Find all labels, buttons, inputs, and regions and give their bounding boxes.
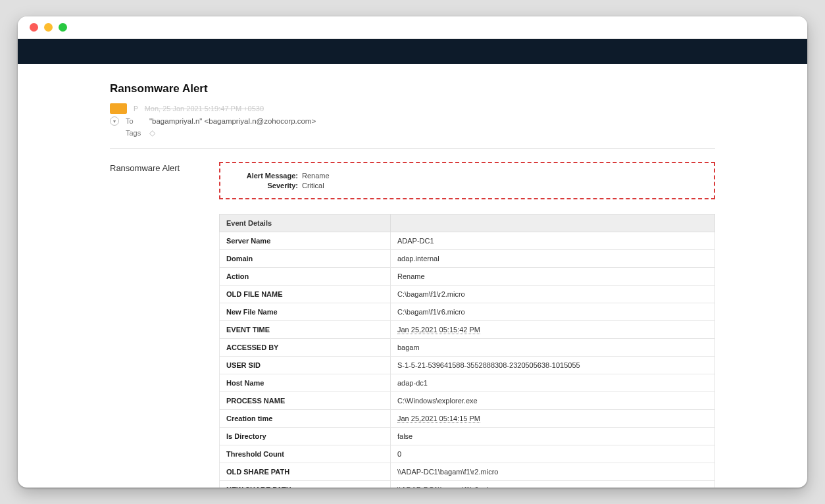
table-row: USER SIDS-1-5-21-539641588-3552888308-23… [220, 357, 715, 374]
detail-key: Host Name [220, 374, 391, 392]
alert-severity-value: Critical [302, 182, 324, 189]
expand-recipients-icon[interactable]: ▾ [110, 116, 119, 126]
minimize-window-button[interactable] [44, 23, 53, 32]
close-window-button[interactable] [30, 23, 38, 32]
detail-key: Action [220, 268, 391, 286]
detail-key: Is Directory [220, 428, 391, 445]
table-row: PROCESS NAMEC:\Windows\explorer.exe [220, 392, 715, 410]
alert-message-row: Alert Message: Rename [232, 172, 702, 180]
detail-value: ADAP-DC1 [391, 232, 715, 250]
sender-avatar-badge [110, 103, 127, 114]
table-row: OLD SHARE PATH\\ADAP-DC1\bagam\f1\r2.mic… [220, 463, 715, 481]
priority-icon: P [134, 105, 138, 113]
table-row: Is Directoryfalse [220, 428, 715, 445]
table-row: EVENT TIMEJan 25,2021 05:15:42 PM [220, 321, 715, 339]
detail-value: adap-dc1 [391, 374, 715, 392]
event-details-header: Event Details [220, 214, 391, 232]
alert-message-value: Rename [302, 172, 330, 180]
alert-message-label: Alert Message: [232, 172, 298, 180]
email-body: Ransomware Alert Alert Message: Rename S… [110, 162, 715, 488]
app-header-bar [18, 39, 807, 64]
detail-value: C:\bagam\f1\r2.micro [391, 286, 715, 303]
table-row: Threshold Count0 [220, 445, 715, 463]
detail-value: S-1-5-21-539641588-3552888308-2320505638… [391, 357, 715, 374]
email-timestamp: Mon, 25 Jan 2021 5:19:47 PM +0530 [145, 105, 264, 113]
detail-value: false [391, 428, 715, 445]
detail-key: EVENT TIME [220, 321, 391, 339]
alert-severity-label: Severity: [232, 182, 298, 189]
detail-value: 0 [391, 445, 715, 463]
table-row: ACCESSED BYbagam [220, 339, 715, 357]
page-title: Ransomware Alert [110, 82, 715, 95]
table-row: OLD FILE NAMEC:\bagam\f1\r2.micro [220, 286, 715, 303]
detail-value: C:\Windows\explorer.exe [391, 392, 715, 410]
detail-key: OLD FILE NAME [220, 286, 391, 303]
table-row: Host Nameadap-dc1 [220, 374, 715, 392]
content-area: Ransomware Alert P Mon, 25 Jan 2021 5:19… [18, 64, 807, 488]
detail-key: Server Name [220, 232, 391, 250]
detail-value: C:\bagam\f1\r6.micro [391, 303, 715, 321]
detail-value: Jan 25,2021 05:15:42 PM [391, 321, 715, 339]
detail-key: ACCESSED BY [220, 339, 391, 357]
detail-value: adap.internal [391, 250, 715, 268]
window-titlebar [18, 16, 807, 39]
detail-key: Domain [220, 250, 391, 268]
detail-value: Rename [391, 268, 715, 286]
to-value: "bagampriyal.n" <bagampriyal.n@zohocorp.… [149, 117, 316, 125]
detail-value: Jan 25,2021 05:14:15 PM [391, 410, 715, 428]
detail-key: Threshold Count [220, 445, 391, 463]
table-row: ActionRename [220, 268, 715, 286]
detail-key: OLD SHARE PATH [220, 463, 391, 481]
email-header: P Mon, 25 Jan 2021 5:19:47 PM +0530 ▾ To… [110, 103, 715, 149]
body-heading: Ransomware Alert [110, 162, 195, 488]
event-details-header-blank [391, 214, 715, 232]
maximize-window-button[interactable] [59, 23, 67, 32]
tags-label: Tags [126, 129, 143, 137]
tag-icon[interactable]: ◇ [149, 128, 155, 138]
table-row: Creation timeJan 25,2021 05:14:15 PM [220, 410, 715, 428]
app-window: Ransomware Alert P Mon, 25 Jan 2021 5:19… [18, 16, 807, 488]
email-to-row: ▾ To "bagampriyal.n" <bagampriyal.n@zoho… [110, 116, 715, 126]
body-main: Alert Message: Rename Severity: Critical… [219, 162, 715, 488]
detail-key: Creation time [220, 410, 391, 428]
alert-severity-row: Severity: Critical [232, 182, 702, 189]
email-sender-row: P Mon, 25 Jan 2021 5:19:47 PM +0530 [110, 103, 715, 114]
to-label: To [126, 117, 143, 125]
detail-value: \\ADAP-DC1\bagam\f1\r6.micro [391, 481, 715, 488]
alert-summary-box: Alert Message: Rename Severity: Critical [219, 162, 715, 199]
detail-key: USER SID [220, 357, 391, 374]
table-row: NEW SHARE PATH\\ADAP-DC1\bagam\f1\r6.mic… [220, 481, 715, 488]
detail-key: New File Name [220, 303, 391, 321]
table-row: Server NameADAP-DC1 [220, 232, 715, 250]
detail-value: bagam [391, 339, 715, 357]
detail-value: \\ADAP-DC1\bagam\f1\r2.micro [391, 463, 715, 481]
table-row: Domainadap.internal [220, 250, 715, 268]
table-row: New File NameC:\bagam\f1\r6.micro [220, 303, 715, 321]
detail-key: PROCESS NAME [220, 392, 391, 410]
event-details-table: Event Details Server NameADAP-DC1Domaina… [219, 214, 715, 488]
detail-key: NEW SHARE PATH [220, 481, 391, 488]
email-tags-row: Tags ◇ [110, 128, 715, 138]
